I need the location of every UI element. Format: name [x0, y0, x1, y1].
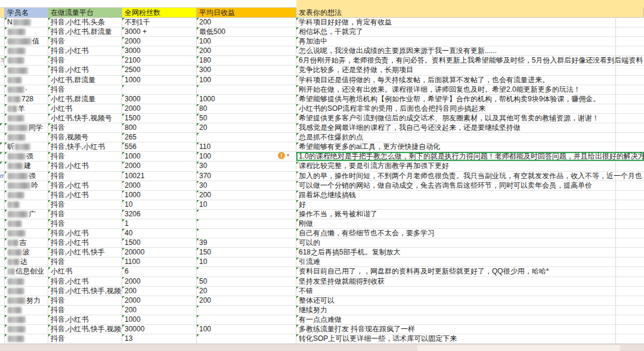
cell-daily-income[interactable]: 100 — [197, 76, 296, 85]
cell-platform[interactable]: 抖音,小红书 — [48, 161, 122, 171]
cell-student-name[interactable]: 达 — [5, 257, 48, 267]
hidden-column-cell[interactable]: m — [0, 172, 5, 181]
cell-platform[interactable]: 抖音,小红书 — [48, 46, 122, 56]
cell-fans-count[interactable]: 不到1千 — [122, 18, 197, 27]
cell-student-name[interactable] — [5, 325, 48, 334]
cell-daily-income[interactable]: 200 — [197, 18, 296, 27]
cell-student-name[interactable] — [5, 334, 48, 344]
cell-platform[interactable]: 抖音,小红书,头条 — [48, 18, 122, 27]
hidden-column-cell[interactable] — [0, 152, 5, 161]
hidden-column-cell[interactable] — [0, 229, 5, 238]
cell-platform[interactable]: 抖音,视频号 — [48, 133, 122, 142]
cell-thoughts[interactable]: 希望能够有更多的ai工具，更方便快捷自动化 — [296, 142, 644, 152]
hidden-column-cell[interactable] — [0, 114, 5, 123]
header-cell-fans[interactable]: 全网粉丝数 — [122, 8, 197, 18]
hidden-column-cell[interactable] — [0, 123, 5, 133]
cell-thoughts[interactable]: 1.0的课程绝对是手把手教怎么做，剩下的就是执行力得问题！老师都能及时回答问题，… — [296, 152, 644, 161]
cell-daily-income[interactable] — [197, 133, 296, 142]
cell-fans-count[interactable]: 1100 — [122, 257, 197, 267]
hidden-column-cell[interactable] — [0, 277, 5, 287]
cell-student-name[interactable] — [5, 133, 48, 142]
cell-fans-count[interactable]: 2000 — [122, 277, 197, 287]
cell-fans-count[interactable]: 1000 — [122, 191, 197, 200]
cell-fans-count[interactable]: 2000 — [122, 37, 197, 46]
cell-fans-count[interactable]: 2500 — [122, 66, 197, 75]
cell-platform[interactable]: 抖音,小红书 — [48, 238, 122, 248]
cell-platform[interactable]: 抖音 — [48, 123, 122, 133]
cell-student-name[interactable] — [5, 287, 48, 296]
cell-fans-count[interactable]: 20000 — [122, 248, 197, 257]
cell-student-name[interactable]: 吟 — [5, 181, 48, 191]
cell-thoughts[interactable]: 引流难 — [296, 257, 644, 267]
cell-student-name[interactable] — [5, 315, 48, 325]
hidden-column-cell[interactable] — [0, 85, 5, 95]
hidden-column-cell[interactable] — [0, 248, 5, 257]
cell-daily-income[interactable]: 39 — [197, 238, 296, 248]
hidden-column-cell[interactable] — [0, 287, 5, 296]
cell-student-name[interactable] — [5, 277, 48, 287]
cell-student-name[interactable]: 波 — [5, 248, 48, 257]
cell-thoughts[interactable]: 怎么说呢，我没做出成绩的主要原因来源于我一直没有更新...... — [296, 46, 644, 56]
hidden-column-cell[interactable] — [0, 210, 5, 219]
cell-thoughts[interactable]: 有一点点难做 — [296, 315, 644, 325]
cell-platform[interactable]: 小红书,快手,视频号 — [48, 114, 122, 123]
cell-student-name[interactable]: 广 — [5, 210, 48, 219]
cell-daily-income[interactable]: 30 — [197, 181, 296, 191]
cell-daily-income[interactable] — [197, 334, 296, 344]
cell-thoughts[interactable]: 可以做一个分销的网站，做自动成交，免去咨询售后这些环节，同时可以卖年会员，提高单… — [296, 181, 644, 191]
cell-fans-count[interactable]: 1000 — [122, 76, 197, 85]
cell-daily-income[interactable]: 370 — [197, 172, 296, 181]
cell-platform[interactable]: 小红书 — [48, 267, 122, 277]
cell-thoughts[interactable]: 多教练流量打发 抖音现在跟疯了一样 — [296, 325, 644, 334]
cell-daily-income[interactable] — [197, 85, 296, 95]
cell-platform[interactable]: 抖音 — [48, 219, 122, 229]
cell-daily-income[interactable]: 1000 — [197, 95, 296, 104]
cell-thoughts[interactable]: 资料目前自己用了，，网盘群的资料再及时更新些就更好了，QQ很少用，哈哈* — [296, 267, 644, 277]
cell-student-name[interactable]: N — [5, 18, 48, 27]
cell-student-name[interactable] — [5, 200, 48, 210]
cell-fans-count[interactable]: 800 — [122, 123, 197, 133]
cell-student-name[interactable] — [5, 66, 48, 75]
cell-fans-count[interactable]: 2000 — [122, 104, 197, 114]
hidden-column-cell[interactable] — [0, 315, 5, 325]
hidden-column-cell[interactable] — [0, 219, 5, 229]
hidden-column-cell[interactable] — [0, 46, 5, 56]
cell-fans-count[interactable]: 3206 — [122, 210, 197, 219]
cell-fans-count[interactable]: 3000 — [122, 95, 197, 104]
cell-student-name[interactable] — [5, 114, 48, 123]
cell-thoughts[interactable]: 自己有点懒，有些细节也不太会，要多学习 — [296, 229, 644, 238]
cell-thoughts[interactable]: 好 — [296, 200, 644, 210]
cell-platform[interactable]: 抖音 — [48, 296, 122, 306]
cell-thoughts[interactable]: 课程比较完整，要是引流方面教学再加强下更好 — [296, 161, 644, 171]
cell-fans-count[interactable]: 10021 — [122, 172, 197, 181]
cell-platform[interactable]: 抖音,小红书 — [48, 277, 122, 287]
cell-platform[interactable]: 抖音 — [48, 210, 122, 219]
hidden-column-cell[interactable] — [0, 306, 5, 315]
cell-fans-count[interactable]: 265 — [122, 133, 197, 142]
error-checking-button[interactable]: ! ▾ — [278, 152, 289, 159]
cell-student-name[interactable]: 强 — [5, 152, 48, 161]
hidden-column-cell[interactable] — [0, 325, 5, 334]
cell-thoughts[interactable]: 不错 — [296, 287, 644, 296]
header-cell-daily-income[interactable]: 平均日收益 — [197, 8, 296, 18]
cell-thoughts[interactable]: 希望能够提供与教培机构【例如作业帮，希望学】合作的机构，帮机构卖9块9体验课，赚… — [296, 95, 644, 104]
hidden-column-cell[interactable] — [0, 142, 5, 152]
cell-thoughts[interactable]: 618之后再搞5部手机。复制放大 — [296, 248, 644, 257]
hidden-column-cell[interactable] — [0, 37, 5, 46]
cell-thoughts[interactable]: 学科项目好好做，肯定有收益 — [296, 18, 644, 27]
cell-thoughts[interactable]: 加入的早，操作时间短，不到两个月老师也很负责。我只当副业玩，有空就发发作品，收入… — [296, 172, 644, 181]
cell-daily-income[interactable]: 50 — [197, 277, 296, 287]
hidden-column-cell[interactable] — [0, 66, 5, 75]
cell-fans-count[interactable]: 3000 — [122, 46, 197, 56]
cell-platform[interactable]: 抖音 — [48, 56, 122, 66]
cell-student-name[interactable]: 昕 — [5, 142, 48, 152]
cell-daily-income[interactable]: 10 — [197, 200, 296, 210]
hidden-column-cell[interactable] — [0, 200, 5, 210]
cell-platform[interactable]: 小红书,群流量 — [48, 76, 122, 85]
cell-platform[interactable]: 抖音,小红书 — [48, 191, 122, 200]
cell-student-name[interactable]: 同学 — [5, 123, 48, 133]
cell-thoughts[interactable]: 竞争比较多，还是坚持做，长期项目 — [296, 66, 644, 75]
cell-thoughts[interactable]: 可以的 — [296, 238, 644, 248]
cell-thoughts[interactable]: 再加油中 — [296, 37, 644, 46]
cell-thoughts[interactable]: 转化SOP上可以更详细一些，话术库可以固定下来 — [296, 334, 644, 344]
